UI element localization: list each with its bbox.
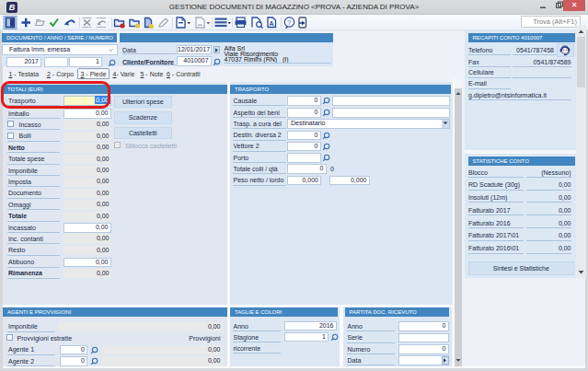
svg-text:?: ? xyxy=(287,18,291,27)
svg-text:A: A xyxy=(270,20,274,27)
